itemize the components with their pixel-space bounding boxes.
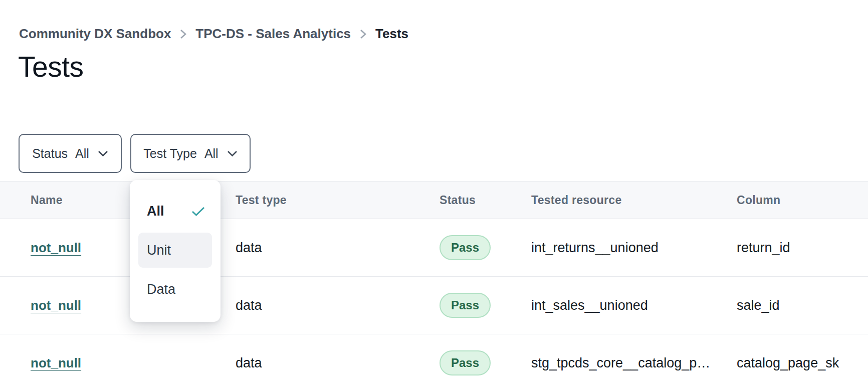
- test-type-cell: data: [236, 298, 440, 313]
- test-name-link[interactable]: not_null: [31, 240, 81, 256]
- menu-item-data[interactable]: Data: [138, 272, 212, 307]
- breadcrumb-item-tests: Tests: [375, 26, 408, 42]
- test-type-filter-button[interactable]: Test Type All: [130, 134, 251, 173]
- chevron-right-icon: [360, 29, 366, 40]
- test-type-cell: data: [236, 240, 440, 256]
- menu-item-label: All: [147, 204, 164, 219]
- status-filter-button[interactable]: Status All: [19, 134, 122, 173]
- column-header-test-type: Test type: [236, 194, 440, 207]
- test-type-dropdown-menu: All Unit Data: [130, 180, 221, 322]
- status-filter-value: All: [75, 146, 89, 161]
- table-row: not_null data Pass stg_tpcds_core__catal…: [0, 334, 868, 379]
- column-cell: sale_id: [737, 298, 868, 313]
- column-header-tested-resource: Tested resource: [531, 194, 737, 207]
- menu-item-label: Data: [147, 282, 175, 297]
- test-type-cell: data: [236, 355, 440, 371]
- page-title: Tests: [18, 50, 84, 83]
- tested-resource-cell: int_sales__unioned: [531, 298, 737, 313]
- test-name-link[interactable]: not_null: [31, 355, 81, 371]
- column-cell: return_id: [737, 240, 868, 256]
- tested-resource-cell: int_returns__unioned: [531, 240, 737, 256]
- status-badge: Pass: [440, 350, 491, 375]
- menu-item-unit[interactable]: Unit: [138, 233, 212, 268]
- chevron-down-icon: [98, 150, 108, 157]
- column-header-column: Column: [737, 194, 868, 207]
- test-name-link[interactable]: not_null: [31, 298, 81, 313]
- test-type-filter-label: Test Type: [143, 146, 197, 161]
- chevron-right-icon: [180, 29, 186, 40]
- column-header-status: Status: [440, 194, 531, 207]
- tests-page: Community DX Sandbox TPC-DS - Sales Anal…: [0, 0, 868, 379]
- column-cell: catalog_page_sk: [737, 355, 868, 371]
- filter-bar: Status All Test Type All: [19, 134, 251, 173]
- menu-item-all[interactable]: All: [138, 194, 212, 229]
- status-badge: Pass: [440, 235, 491, 260]
- breadcrumb-item-workspace[interactable]: Community DX Sandbox: [19, 26, 171, 42]
- tested-resource-cell: stg_tpcds_core__catalog_p…: [531, 355, 737, 371]
- status-filter-label: Status: [32, 146, 68, 161]
- status-badge: Pass: [440, 293, 491, 318]
- chevron-down-icon: [227, 150, 238, 157]
- test-type-filter-value: All: [204, 146, 219, 161]
- check-icon: [191, 206, 205, 217]
- breadcrumb: Community DX Sandbox TPC-DS - Sales Anal…: [19, 26, 408, 42]
- breadcrumb-item-project[interactable]: TPC-DS - Sales Analytics: [195, 26, 351, 42]
- menu-item-label: Unit: [147, 243, 171, 258]
